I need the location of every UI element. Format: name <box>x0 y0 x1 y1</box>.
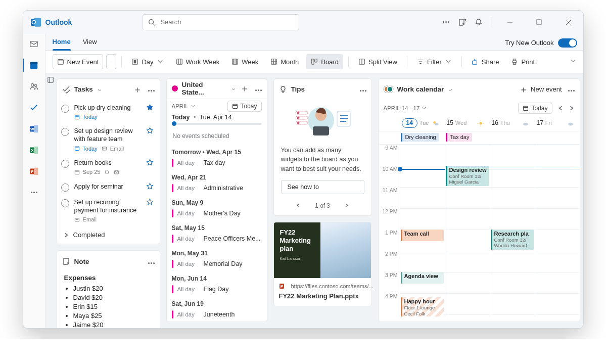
toolbar-chevron-icon[interactable] <box>570 58 576 66</box>
work-week-view-button[interactable]: Work Week <box>171 54 224 69</box>
task-item[interactable]: Set up design review with feature team T… <box>57 123 160 155</box>
holiday-event[interactable]: All dayFlag Day <box>167 283 267 296</box>
search-box[interactable] <box>143 14 299 30</box>
svg-point-4 <box>149 20 154 24</box>
note-more-button[interactable] <box>148 258 155 265</box>
event-agenda-view[interactable]: Agenda view <box>401 272 444 284</box>
task-complete-checkbox[interactable] <box>61 160 69 168</box>
calendar-today-button[interactable]: Today <box>518 103 552 114</box>
note-compose-icon[interactable] <box>458 18 467 26</box>
try-new-outlook-toggle[interactable] <box>558 38 577 48</box>
svg-rect-66 <box>313 126 329 135</box>
calendar-day-header[interactable]: 16Thu <box>490 116 535 131</box>
task-complete-checkbox[interactable] <box>61 105 69 113</box>
calendar-allday-cell[interactable]: Tax day <box>445 132 490 144</box>
window-maximize-button[interactable] <box>529 15 550 30</box>
event-research-plan[interactable]: Research plaConf Room 32/Wanda Howard <box>491 230 534 250</box>
print-button[interactable]: Print <box>506 54 539 69</box>
todo-app-icon[interactable] <box>28 102 40 114</box>
filter-button[interactable]: Filter <box>412 54 456 69</box>
calendar-day-header[interactable]: 17Fri <box>535 116 580 131</box>
holiday-event[interactable]: All dayAdministrative <box>167 182 267 195</box>
holidays-today-button[interactable]: Today <box>227 101 261 112</box>
holiday-event[interactable]: All dayJuneteenth <box>167 308 267 322</box>
day-view-button[interactable]: Day <box>127 54 168 69</box>
holidays-dropdown[interactable] <box>231 86 236 91</box>
powerpoint-app-icon[interactable]: P <box>28 165 40 177</box>
tasks-more-button[interactable] <box>148 85 155 93</box>
calendar-prev-button[interactable] <box>557 105 564 111</box>
holiday-event[interactable]: All dayMother's Day <box>167 207 267 220</box>
tips-more-button[interactable] <box>360 85 366 93</box>
excel-app-icon[interactable]: X <box>28 144 40 156</box>
word-app-icon[interactable]: W <box>28 123 40 135</box>
task-star-button[interactable] <box>146 127 155 134</box>
task-item[interactable]: Apply for seminar <box>57 179 160 195</box>
notifications-icon[interactable] <box>475 18 483 26</box>
tips-next-button[interactable] <box>344 202 349 209</box>
share-button[interactable]: Share <box>467 54 504 69</box>
event-team-call[interactable]: Team call <box>401 230 444 241</box>
calendar-range-label[interactable]: APRIL 14 - 17 <box>384 105 420 111</box>
week-view-button[interactable]: Week <box>227 54 263 69</box>
collapse-board-button[interactable] <box>45 73 56 328</box>
tasks-add-button[interactable]: ＋ <box>133 86 142 93</box>
calendar-dropdown[interactable] <box>448 87 453 92</box>
calendar-app-icon[interactable] <box>28 59 40 71</box>
task-star-button[interactable] <box>146 159 155 166</box>
month-view-button[interactable]: Month <box>266 54 303 69</box>
calendar-day-header[interactable]: 15Wed <box>445 116 490 131</box>
task-star-button[interactable] <box>146 183 155 190</box>
tab-home[interactable]: Home <box>53 35 71 51</box>
calendar-allday-cell[interactable] <box>535 136 580 139</box>
task-star-button[interactable] <box>146 198 155 206</box>
allday-event[interactable]: Tax day <box>446 133 473 142</box>
calendar-grid[interactable]: 9 AM10 AM11 AM12 PM1 PM2 PM3 PM4 PM Team… <box>379 145 580 316</box>
calendar-allday-cell[interactable]: Dry cleaning <box>400 132 445 144</box>
task-complete-checkbox[interactable] <box>61 128 69 136</box>
calendar-more-button[interactable] <box>568 85 575 93</box>
holidays-more-button[interactable] <box>255 85 262 93</box>
search-input[interactable] <box>159 18 294 26</box>
tips-see-how-button[interactable]: See how to <box>281 180 364 194</box>
calendar-day-column[interactable]: Team callAgenda viewHappy hourFloor 1 lo… <box>400 145 445 316</box>
window-minimize-button[interactable] <box>499 15 521 30</box>
task-item[interactable]: Pick up dry cleaning Today <box>57 100 160 124</box>
more-apps-icon[interactable] <box>28 187 40 199</box>
window-close-button[interactable] <box>558 15 579 30</box>
task-star-button[interactable] <box>146 104 155 111</box>
new-event-button[interactable]: New Event <box>53 54 104 69</box>
new-event-dropdown[interactable] <box>106 54 116 69</box>
tab-view[interactable]: View <box>83 35 97 51</box>
tips-prev-button[interactable] <box>296 202 301 209</box>
calendar-day-column[interactable] <box>535 145 580 316</box>
note-body[interactable]: Expenses Justin $20David $20Erin $15Maya… <box>57 272 160 328</box>
split-view-button[interactable]: Split View <box>354 54 402 69</box>
tasks-card: Tasks ＋ Pick up dry cleaning Today Set u… <box>57 78 160 245</box>
task-complete-checkbox[interactable] <box>61 184 69 192</box>
holidays-add-button[interactable]: ＋ <box>240 85 249 92</box>
task-item[interactable]: Set up recurring payment for insurance E… <box>57 195 160 226</box>
calendar-day-column[interactable]: Research plaConf Room 32/Wanda Howard <box>490 145 535 316</box>
event-happy-hour[interactable]: Happy hourFloor 1 loungeCecil Folk <box>401 297 444 316</box>
holiday-event[interactable]: All dayTax day <box>167 157 267 170</box>
calendar-allday-cell[interactable] <box>490 136 535 139</box>
more-icon[interactable] <box>442 18 450 26</box>
holiday-event[interactable]: All dayMemorial Day <box>167 258 267 271</box>
allday-event[interactable]: Dry cleaning <box>401 133 439 142</box>
tasks-dropdown[interactable] <box>97 87 102 92</box>
mail-app-icon[interactable] <box>28 38 40 50</box>
holiday-event[interactable]: All dayPeace Officers Me... <box>167 233 267 246</box>
board-view-button[interactable]: Board <box>306 54 343 69</box>
tasks-completed-row[interactable]: Completed <box>57 226 160 244</box>
calendar-new-event-button[interactable]: ＋New event <box>519 85 562 93</box>
people-app-icon[interactable] <box>28 80 40 93</box>
task-item[interactable]: Return books Sep 25 <box>57 155 160 179</box>
file-card[interactable]: FY22 Marketing planKat Larsson P https:/… <box>273 222 372 306</box>
calendar-next-button[interactable] <box>569 105 575 111</box>
holidays-month-label[interactable]: APRIL <box>172 103 189 109</box>
task-complete-checkbox[interactable] <box>61 199 69 207</box>
calendar-day-header[interactable]: 14Tue <box>400 116 445 131</box>
board[interactable]: Tasks ＋ Pick up dry cleaning Today Set u… <box>56 73 583 328</box>
calendar-day-column[interactable]: Design reviewConf Room 32/Miguel Garcia <box>445 145 490 316</box>
